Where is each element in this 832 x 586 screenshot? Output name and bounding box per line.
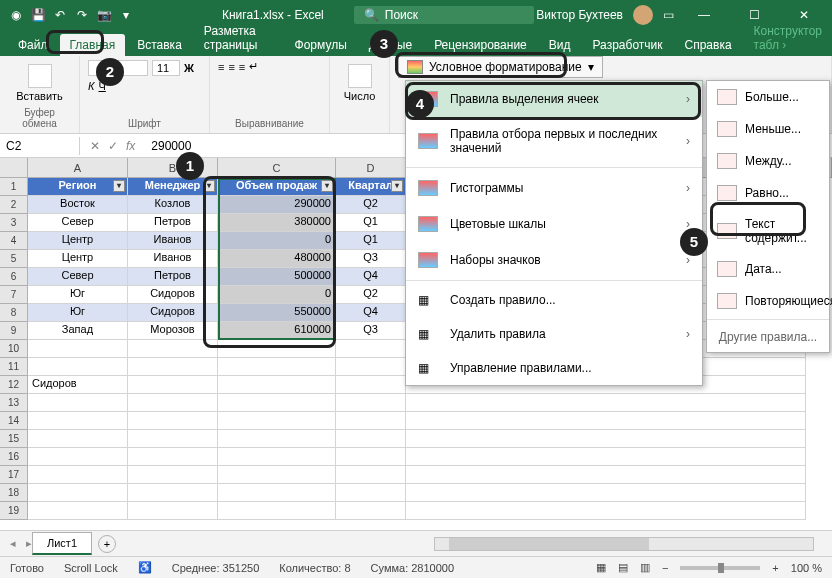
cell-region[interactable]: Север [28,214,128,232]
cell[interactable] [128,448,218,466]
col-header[interactable]: B [128,158,218,177]
row-header[interactable]: 2 [0,196,28,214]
submenu-text-contains[interactable]: Текст содержит... [707,209,829,253]
cell[interactable] [128,502,218,520]
cell[interactable] [218,466,336,484]
menu-clear-rules[interactable]: ▦ Удалить правила › [406,317,702,351]
accessibility-icon[interactable]: ♿ [138,561,152,574]
row-header[interactable]: 4 [0,232,28,250]
cell-quarter[interactable]: Q2 [336,286,406,304]
tab-help[interactable]: Справка [675,34,742,56]
row-header[interactable]: 18 [0,484,28,502]
tab-formulas[interactable]: Формулы [285,34,357,56]
row-header[interactable]: 19 [0,502,28,520]
cell[interactable] [218,358,336,376]
cell-quarter[interactable]: Q1 [336,232,406,250]
cell-manager[interactable]: Козлов [128,196,218,214]
tab-review[interactable]: Рецензирование [424,34,537,56]
cell-quarter[interactable]: Q3 [336,250,406,268]
row-header[interactable]: 7 [0,286,28,304]
row-header[interactable]: 3 [0,214,28,232]
cell[interactable] [406,412,806,430]
tab-pagelayout[interactable]: Разметка страницы [194,20,283,56]
submenu-other-rules[interactable]: Другие правила... [707,322,829,352]
cell[interactable] [336,358,406,376]
submenu-duplicate[interactable]: Повторяющиеся... [707,285,829,317]
align-center-icon[interactable]: ≡ [228,61,234,73]
row-header[interactable]: 15 [0,430,28,448]
submenu-between[interactable]: Между... [707,145,829,177]
submenu-less[interactable]: Меньше... [707,113,829,145]
bold-button[interactable]: Ж [184,62,194,74]
redo-icon[interactable]: ↷ [74,8,90,22]
cell-quarter[interactable]: Q1 [336,214,406,232]
zoom-slider[interactable] [680,566,760,570]
sheet-tab[interactable]: Лист1 [32,532,92,555]
cell-region[interactable]: Центр [28,232,128,250]
tab-insert[interactable]: Вставка [127,34,192,56]
avatar[interactable] [633,5,653,25]
col-header[interactable]: A [28,158,128,177]
submenu-equal[interactable]: Равно... [707,177,829,209]
qat-more-icon[interactable]: ▾ [118,8,134,22]
col-header[interactable]: C [218,158,336,177]
cell[interactable] [336,412,406,430]
cell[interactable] [336,448,406,466]
align-left-icon[interactable]: ≡ [218,61,224,73]
cell-quarter[interactable]: Q2 [336,196,406,214]
cell-manager[interactable]: Петров [128,214,218,232]
cell-region[interactable]: Центр [28,250,128,268]
paste-button[interactable]: Вставить [8,60,71,106]
italic-button[interactable]: К [88,80,94,92]
cell[interactable] [406,502,806,520]
font-size-input[interactable] [152,60,180,76]
cell[interactable] [218,412,336,430]
add-sheet-button[interactable]: + [98,535,116,553]
select-all-corner[interactable] [0,158,28,177]
cell[interactable] [406,448,806,466]
sheet-nav-prev-icon[interactable]: ◂ [0,537,26,550]
cell[interactable] [336,466,406,484]
cell[interactable] [336,340,406,358]
row-header[interactable]: 16 [0,448,28,466]
ribbon-options-icon[interactable]: ▭ [663,8,674,22]
cell-manager[interactable]: Петров [128,268,218,286]
row-header[interactable]: 10 [0,340,28,358]
camera-icon[interactable]: 📷 [96,8,112,22]
cell[interactable] [28,448,128,466]
cell-quarter[interactable]: Q4 [336,304,406,322]
cell-value[interactable]: 550000 [218,304,336,322]
row-header[interactable]: 6 [0,268,28,286]
cell[interactable] [336,376,406,394]
number-format-button[interactable]: Число [338,60,381,106]
cell[interactable] [28,340,128,358]
menu-new-rule[interactable]: ▦ Создать правило... [406,283,702,317]
cell[interactable] [218,430,336,448]
username-label[interactable]: Виктор Бухтеев [536,8,623,22]
cell-value[interactable]: 290000 [218,196,336,214]
cell-manager[interactable]: Сидоров [128,304,218,322]
table-header[interactable]: Менеджер▾ [128,178,218,196]
zoom-level[interactable]: 100 % [791,562,822,574]
row-header[interactable]: 8 [0,304,28,322]
cell-value[interactable]: 0 [218,286,336,304]
cell-region[interactable]: Юг [28,304,128,322]
cell[interactable] [28,358,128,376]
cell-value[interactable]: 500000 [218,268,336,286]
save-icon[interactable]: 💾 [30,8,46,22]
row-header[interactable]: 13 [0,394,28,412]
row-header[interactable]: 9 [0,322,28,340]
row-header[interactable]: 5 [0,250,28,268]
cell-region[interactable]: Запад [28,322,128,340]
table-header[interactable]: Объем продаж▾ [218,178,336,196]
cell-value[interactable]: 0 [218,232,336,250]
autosave-icon[interactable]: ◉ [8,8,24,22]
cell[interactable] [128,484,218,502]
cell-value[interactable]: 480000 [218,250,336,268]
cell[interactable] [336,394,406,412]
undo-icon[interactable]: ↶ [52,8,68,22]
tab-file[interactable]: Файл [8,34,58,56]
cell-manager[interactable]: Иванов [128,250,218,268]
table-header[interactable]: Регион▾ [28,178,128,196]
fx-icon[interactable]: fx [126,139,135,153]
